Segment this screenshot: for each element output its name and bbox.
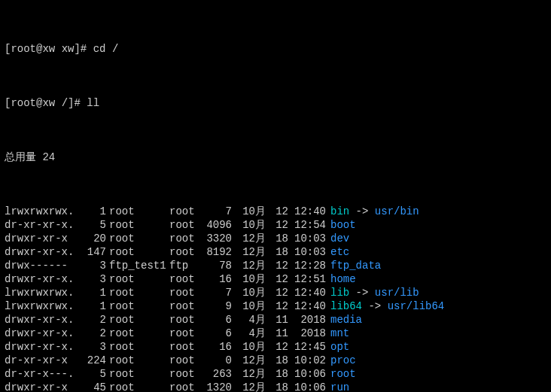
command-ll: ll (87, 97, 99, 109)
time-col: 12:40 (288, 205, 330, 218)
file-name: proc (330, 354, 356, 367)
day-col: 18 (266, 354, 288, 367)
size-col: 7 (203, 286, 232, 299)
size-col: 7 (203, 205, 232, 218)
listing-row: drwxr-xr-x.2rootroot64月112018media (5, 313, 546, 327)
perms-col: drwxr-xr-x (5, 232, 76, 245)
links-col: 5 (76, 367, 109, 381)
file-name: bin (330, 205, 349, 218)
file-name: boot (330, 218, 356, 232)
month-col: 12月 (232, 354, 266, 367)
month-col: 12月 (232, 259, 266, 272)
month-col: 10月 (232, 205, 266, 218)
perms-col: lrwxrwxrwx. (5, 286, 76, 299)
time-col: 12:40 (288, 299, 330, 313)
month-col: 10月 (232, 286, 266, 299)
symlink-target: usr/bin (375, 205, 419, 218)
day-col: 18 (266, 232, 288, 245)
day-col: 12 (266, 272, 288, 286)
day-col: 12 (266, 299, 288, 313)
perms-col: drwxr-xr-x. (5, 327, 76, 340)
listing-row: drwxr-xr-x.3rootroot1610月1212:45opt (5, 340, 546, 354)
owner-col: root (109, 299, 169, 313)
file-name: lib64 (330, 299, 362, 313)
time-col: 10:02 (288, 354, 330, 367)
size-col: 78 (203, 259, 232, 272)
owner-col: root (109, 205, 169, 218)
owner-col: root (109, 313, 169, 327)
links-col: 2 (76, 327, 109, 340)
listing-row: drwxr-xr-x.3rootroot1610月1212:51home (5, 272, 546, 286)
file-name: run (330, 381, 349, 392)
group-col: root (169, 286, 203, 299)
size-col: 6 (203, 313, 232, 327)
file-name: mnt (330, 327, 349, 340)
month-col: 10月 (232, 340, 266, 354)
time-col: 12:51 (288, 272, 330, 286)
time-col: 12:40 (288, 286, 330, 299)
day-col: 11 (266, 327, 288, 340)
month-col: 4月 (232, 313, 266, 327)
day-col: 12 (266, 286, 288, 299)
listing-row: dr-xr-xr-x.5rootroot409610月1212:54boot (5, 218, 546, 232)
owner-col: root (109, 354, 169, 367)
perms-col: drwxr-xr-x. (5, 272, 76, 286)
owner-col: root (109, 286, 169, 299)
day-col: 12 (266, 205, 288, 218)
group-col: root (169, 232, 203, 245)
group-col: ftp (169, 259, 203, 272)
size-col: 0 (203, 354, 232, 367)
perms-col: dr-xr-x---. (5, 367, 76, 381)
day-col: 12 (266, 259, 288, 272)
listing-row: dr-xr-xr-x224rootroot012月1810:02proc (5, 354, 546, 367)
month-col: 12月 (232, 245, 266, 259)
owner-col: root (109, 381, 169, 392)
file-name: dev (330, 232, 349, 245)
size-col: 9 (203, 299, 232, 313)
size-col: 1320 (203, 381, 232, 392)
links-col: 1 (76, 286, 109, 299)
links-col: 5 (76, 218, 109, 232)
group-col: root (169, 218, 203, 232)
listing-row: drwxr-xr-x.147rootroot819212月1810:03etc (5, 245, 546, 259)
group-col: root (169, 381, 203, 392)
links-col: 147 (76, 245, 109, 259)
owner-col: root (109, 367, 169, 381)
month-col: 10月 (232, 272, 266, 286)
size-col: 263 (203, 367, 232, 381)
time-col: 2018 (288, 313, 330, 327)
time-col: 10:03 (288, 245, 330, 259)
listing-row: lrwxrwxrwx.1rootroot710月1212:40lib -> us… (5, 286, 546, 299)
listing-row: lrwxrwxrwx.1rootroot910月1212:40lib64 -> … (5, 299, 546, 313)
group-col: root (169, 354, 203, 367)
listing-row: drwx------3ftp_test1ftp7812月1212:28ftp_d… (5, 259, 546, 272)
group-col: root (169, 245, 203, 259)
symlink-target: usr/lib64 (388, 299, 445, 313)
terminal-output[interactable]: [root@xw xw]# cd / [root@xw /]# ll 总用量 2… (0, 0, 551, 392)
perms-col: drwxr-xr-x. (5, 313, 76, 327)
group-col: root (169, 367, 203, 381)
owner-col: root (109, 245, 169, 259)
links-col: 1 (76, 299, 109, 313)
month-col: 12月 (232, 232, 266, 245)
month-col: 12月 (232, 381, 266, 392)
file-name: root (330, 367, 356, 381)
listing-row: drwxr-xr-x.2rootroot64月112018mnt (5, 327, 546, 340)
time-col: 10:06 (288, 367, 330, 381)
owner-col: root (109, 232, 169, 245)
group-col: root (169, 299, 203, 313)
day-col: 12 (266, 340, 288, 354)
links-col: 3 (76, 340, 109, 354)
listing-row: drwxr-xr-x20rootroot332012月1810:03dev (5, 232, 546, 245)
perms-col: lrwxrwxrwx. (5, 205, 76, 218)
file-name: ftp_data (330, 259, 381, 272)
links-col: 1 (76, 205, 109, 218)
size-col: 8192 (203, 245, 232, 259)
listing-row: dr-xr-x---.5rootroot26312月1810:06root (5, 367, 546, 381)
owner-col: ftp_test1 (109, 259, 169, 272)
links-col: 3 (76, 259, 109, 272)
perms-col: drwx------ (5, 259, 76, 272)
file-name: etc (330, 245, 349, 259)
size-col: 16 (203, 340, 232, 354)
size-col: 3320 (203, 232, 232, 245)
